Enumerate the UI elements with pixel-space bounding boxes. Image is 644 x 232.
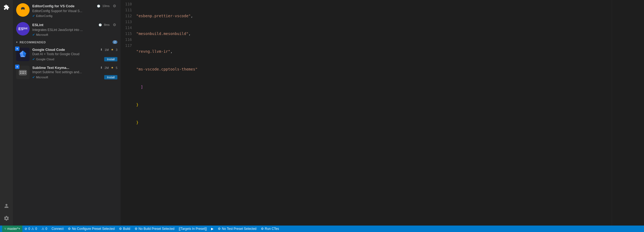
sublime-star-badge: ★ <box>15 65 19 69</box>
gcp-download-icon: ⬇ <box>100 48 103 51</box>
extension-list: EditorConfig for VS Code 🕐 10ms ⚙ Editor… <box>13 0 121 226</box>
code-line-111: "mesonbuild.mesonbuild", <box>134 31 612 37</box>
configure-preset-label: No Configure Preset Selected <box>72 227 115 231</box>
run-ctes-label: Run CTes <box>265 227 279 231</box>
svg-rect-14 <box>22 73 24 74</box>
extension-item-eslint[interactable]: ES lint ESLint 🕐 8ms ⚙ Integrates <box>13 20 121 39</box>
gcp-publisher-name: Google Cloud <box>36 58 54 61</box>
eslint-verified-icon: ✔ <box>32 33 35 37</box>
targets-item[interactable]: [[Targets In Preset]] <box>177 226 209 232</box>
settings-activity-icon[interactable] <box>1 213 12 223</box>
error-count: 0 <box>28 227 30 231</box>
activity-bar <box>0 0 13 226</box>
build-preset-item[interactable]: ⚙ No Build Preset Selected <box>132 226 177 232</box>
gcp-downloads: 1M <box>105 48 109 51</box>
extension-item-sublime[interactable]: ★ <box>13 64 121 82</box>
gcp-meta: ⬇ 1M ★ 3 <box>100 48 117 51</box>
editorconfig-icon <box>16 3 30 17</box>
sublime-install-button[interactable]: Install <box>104 75 117 79</box>
status-bar: ⑂ master*+ ⊘ 0 ⚠ 0 ⚠ 0 Connect ⚙ No Conf… <box>0 226 644 232</box>
account-activity-icon[interactable] <box>1 201 12 211</box>
gcp-install-button[interactable]: Install <box>104 57 117 61</box>
svg-rect-12 <box>25 71 26 72</box>
gcp-publisher: ✔ Google Cloud <box>32 57 54 61</box>
svg-point-1 <box>22 9 24 12</box>
code-line-112: "revng.llvm-ir", <box>134 48 612 54</box>
gcp-icon-wrap: ★ <box>16 48 30 61</box>
eslint-time: 8ms <box>104 23 110 26</box>
editorconfig-icon-wrap <box>16 3 30 17</box>
error-icon: ⊘ <box>24 227 27 231</box>
build-icon: ⚙ <box>119 227 122 231</box>
eslint-info: ESLint 🕐 8ms ⚙ Integrates ESLint JavaScr… <box>32 22 117 37</box>
editorconfig-publisher: ✔ EditorConfig <box>32 14 52 18</box>
extensions-activity-icon[interactable] <box>1 2 12 12</box>
sublime-downloads: 2M <box>105 66 109 69</box>
code-editor[interactable]: "esbenp.prettier-vscode", "mesonbuild.me… <box>134 0 612 226</box>
warning-count: 0 <box>35 227 37 231</box>
code-line-113: "ms-vscode.cpptools-themes" <box>134 66 612 72</box>
git-branch-label: master*+ <box>7 227 20 231</box>
connect-label: Connect <box>51 227 64 231</box>
run-item[interactable]: ▶ <box>209 226 216 232</box>
editorconfig-meta: 🕐 10ms ⚙ <box>97 3 117 9</box>
eslint-icon: ES lint <box>16 22 30 36</box>
eslint-publisher: ✔ Microsoft <box>32 33 48 37</box>
editorconfig-gear-icon[interactable]: ⚙ <box>112 3 117 9</box>
build-label: Build <box>123 227 130 231</box>
recommended-section-title: RECOMMENDED <box>20 41 46 44</box>
test-preset-icon: ⚙ <box>218 227 221 231</box>
gcp-star-icon: ★ <box>111 48 114 51</box>
gcp-star-badge: ★ <box>15 47 19 51</box>
editorconfig-info: EditorConfig for VS Code 🕐 10ms ⚙ Editor… <box>32 3 117 18</box>
svg-rect-9 <box>20 71 21 72</box>
sublime-verified-icon: ✔ <box>32 75 35 79</box>
extension-item-editorconfig[interactable]: EditorConfig for VS Code 🕐 10ms ⚙ Editor… <box>13 1 121 20</box>
code-line-115: } <box>134 102 612 108</box>
eslint-gear-icon[interactable]: ⚙ <box>112 22 117 27</box>
code-line-117 <box>134 137 612 143</box>
recommended-chevron-icon: ▾ <box>16 41 18 44</box>
build-preset-icon: ⚙ <box>135 227 138 231</box>
gcp-name: Google Cloud Code <box>32 48 65 52</box>
editorconfig-verified-icon: ✔ <box>32 14 35 18</box>
code-line-114: ] <box>134 84 612 90</box>
code-line-110: "esbenp.prettier-vscode", <box>134 13 612 19</box>
test-preset-item[interactable]: ⚙ No Test Preset Selected <box>216 226 259 232</box>
eslint-name: ESLint <box>32 23 43 27</box>
run-ctes-item[interactable]: ⚙ Run CTes <box>259 226 281 232</box>
connect-item[interactable]: Connect <box>49 226 66 232</box>
sublime-download-icon: ⬇ <box>100 66 103 69</box>
sublime-meta: ⬇ 2M ★ 5 <box>100 66 117 69</box>
svg-rect-10 <box>22 71 23 72</box>
svg-rect-11 <box>23 71 24 72</box>
gcp-info: Google Cloud Code ⬇ 1M ★ 3 Duet AI + Too… <box>32 48 117 61</box>
warning-icon: ⚠ <box>31 227 34 231</box>
svg-rect-15 <box>25 73 26 74</box>
code-content: 110 111 112 113 114 115 116 117 "esbenp.… <box>121 0 644 226</box>
targets-label: [[Targets In Preset]] <box>179 227 207 231</box>
build-item[interactable]: ⚙ Build <box>117 226 132 232</box>
gcp-stars: 3 <box>116 48 117 51</box>
eslint-meta: 🕐 8ms ⚙ <box>99 22 117 27</box>
eslint-icon-wrap: ES lint <box>16 22 30 36</box>
remote-warnings-item[interactable]: ⚠ 0 <box>39 226 50 232</box>
configure-preset-icon: ⚙ <box>68 227 71 231</box>
editorconfig-desc: EditorConfig Support for Visual S... <box>32 9 117 13</box>
git-branch-item[interactable]: ⑂ master*+ <box>2 226 22 232</box>
gcp-verified-icon: ✔ <box>32 57 35 61</box>
main-area: EditorConfig for VS Code 🕐 10ms ⚙ Editor… <box>0 0 644 226</box>
run-icon: ▶ <box>211 227 214 231</box>
recommended-section-header[interactable]: ▾ RECOMMENDED 2 <box>13 39 121 45</box>
recommended-badge: 2 <box>113 40 117 44</box>
line-numbers: 110 111 112 113 114 115 116 117 <box>121 0 134 226</box>
extension-item-google-cloud-code[interactable]: ★ Google <box>13 45 121 64</box>
sublime-name: Sublime Text Keyma... <box>32 66 69 70</box>
configure-preset-item[interactable]: ⚙ No Configure Preset Selected <box>66 226 117 232</box>
editor-area: 110 111 112 113 114 115 116 117 "esbenp.… <box>121 0 644 226</box>
extensions-panel: EditorConfig for VS Code 🕐 10ms ⚙ Editor… <box>13 0 121 226</box>
eslint-publisher-name: Microsoft <box>36 33 48 36</box>
run-ctes-icon: ⚙ <box>261 227 264 231</box>
errors-item[interactable]: ⊘ 0 ⚠ 0 <box>22 226 39 232</box>
sublime-icon-wrap: ★ <box>16 66 30 79</box>
